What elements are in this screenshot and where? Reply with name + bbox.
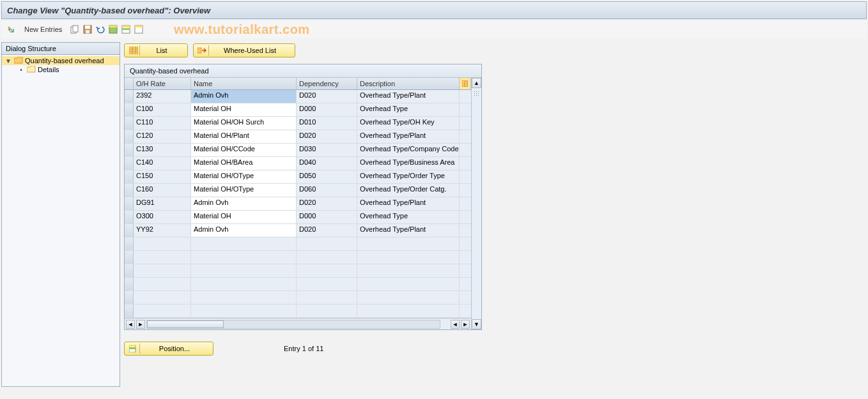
table-row-empty[interactable]	[125, 264, 471, 278]
col-dependency[interactable]: Dependency	[297, 78, 357, 89]
cell-name[interactable]	[191, 291, 297, 304]
cell-dependency[interactable]	[297, 264, 357, 277]
cell-rate[interactable]: C120	[134, 130, 191, 143]
cell-rate[interactable]	[134, 251, 191, 264]
tree-item-details[interactable]: • Details	[2, 65, 120, 74]
cell-dependency[interactable]	[297, 251, 357, 264]
scroll-up-icon[interactable]: ▲	[472, 78, 481, 88]
row-handle[interactable]	[125, 184, 134, 197]
table-row[interactable]: C140Material OH/BAreaD040Overhead Type/B…	[125, 157, 471, 170]
col-rate[interactable]: O/H Rate	[134, 78, 191, 89]
cell-description[interactable]	[357, 291, 460, 304]
cell-name[interactable]	[191, 251, 297, 264]
row-handle[interactable]	[125, 211, 134, 223]
cell-rate[interactable]: C130	[134, 144, 191, 156]
configure-columns-icon[interactable]	[460, 78, 471, 89]
scroll-right-end-icon[interactable]: ►	[461, 320, 470, 329]
cell-rate[interactable]	[134, 305, 191, 317]
cell-description[interactable]: Overhead Type/Company Code	[357, 144, 460, 156]
cell-dependency[interactable]: D000	[297, 211, 357, 223]
cell-description[interactable]: Overhead Type/Order Type	[357, 170, 460, 183]
cell-rate[interactable]: C150	[134, 170, 191, 183]
cell-rate[interactable]	[134, 264, 191, 277]
row-handle[interactable]	[125, 144, 134, 156]
cell-name[interactable]: Admin Ovh	[191, 197, 297, 210]
table-row[interactable]: YY92Admin OvhD020Overhead Type/Plant	[125, 224, 471, 237]
row-handle[interactable]	[125, 264, 134, 277]
table-row-empty[interactable]	[125, 305, 471, 318]
row-handle[interactable]	[125, 170, 134, 183]
cell-description[interactable]: Overhead Type/Business Area	[357, 157, 460, 170]
cell-dependency[interactable]: D010	[297, 117, 357, 130]
cell-name[interactable]	[191, 237, 297, 250]
row-handle[interactable]	[125, 237, 134, 250]
cell-rate[interactable]: 2392	[134, 90, 191, 103]
cell-name[interactable]: Material OH/BArea	[191, 157, 297, 170]
table-row[interactable]: C130Material OH/CCodeD030Overhead Type/C…	[125, 144, 471, 157]
cell-dependency[interactable]: D030	[297, 144, 357, 156]
cell-description[interactable]	[357, 251, 460, 264]
table-row[interactable]: C100Material OHD000Overhead Type	[125, 103, 471, 117]
undo-icon[interactable]	[95, 24, 105, 34]
table-row[interactable]: C160Material OH/OTypeD060Overhead Type/O…	[125, 184, 471, 197]
cell-name[interactable]: Material OH/CCode	[191, 144, 297, 156]
cell-description[interactable]: Overhead Type/Plant	[357, 90, 460, 103]
save-icon[interactable]	[82, 24, 93, 34]
row-handle[interactable]	[125, 291, 134, 304]
vertical-scrollbar[interactable]: ▲ ▼	[471, 78, 481, 329]
cell-rate[interactable]: DG91	[134, 197, 191, 210]
row-handle[interactable]	[125, 157, 134, 170]
table-row-empty[interactable]	[125, 291, 471, 305]
cell-rate[interactable]	[134, 278, 191, 290]
tree-toggle-icon[interactable]: ▼	[4, 57, 12, 64]
scroll-right-icon[interactable]: ►	[136, 320, 145, 329]
cell-name[interactable]: Material OH/Plant	[191, 130, 297, 143]
row-handle[interactable]	[125, 197, 134, 210]
cell-name[interactable]	[191, 264, 297, 277]
cell-dependency[interactable]	[297, 305, 357, 317]
cell-description[interactable]: Overhead Type/Plant	[357, 197, 460, 210]
table-row[interactable]: DG91Admin OvhD020Overhead Type/Plant	[125, 197, 471, 211]
hscroll-thumb[interactable]	[147, 320, 224, 328]
cell-rate[interactable]: C100	[134, 103, 191, 116]
cell-description[interactable]: Overhead Type/OH Key	[357, 117, 460, 130]
row-handle[interactable]	[125, 90, 134, 103]
copy-icon[interactable]	[70, 24, 80, 34]
cell-description[interactable]: Overhead Type	[357, 211, 460, 223]
cell-name[interactable]	[191, 278, 297, 290]
row-handle[interactable]	[125, 103, 134, 116]
horizontal-scrollbar[interactable]: ◄ ► ◄ ►	[125, 318, 471, 329]
cell-rate[interactable]: O300	[134, 211, 191, 223]
cell-description[interactable]: Overhead Type/Order Catg.	[357, 184, 460, 197]
scroll-left-icon[interactable]: ◄	[126, 320, 135, 329]
vscroll-track[interactable]	[472, 88, 481, 319]
select-all-icon[interactable]	[108, 24, 118, 34]
scroll-down-icon[interactable]: ▼	[472, 319, 481, 329]
cell-name[interactable]: Material OH/OH Surch	[191, 117, 297, 130]
cell-name[interactable]: Material OH/OType	[191, 170, 297, 183]
table-row[interactable]: C120Material OH/PlantD020Overhead Type/P…	[125, 130, 471, 144]
cell-rate[interactable]	[134, 237, 191, 250]
table-row[interactable]: O300Material OHD000Overhead Type	[125, 211, 471, 224]
cell-description[interactable]	[357, 278, 460, 290]
cell-dependency[interactable]: D020	[297, 197, 357, 210]
select-block-icon[interactable]	[121, 24, 131, 34]
cell-rate[interactable]: C160	[134, 184, 191, 197]
row-handle[interactable]	[125, 305, 134, 317]
cell-dependency[interactable]: D000	[297, 103, 357, 116]
hscroll-track[interactable]	[146, 320, 440, 329]
cell-description[interactable]: Overhead Type/Plant	[357, 130, 460, 143]
list-button[interactable]: List	[124, 43, 188, 57]
cell-rate[interactable]: C140	[134, 157, 191, 170]
cell-description[interactable]	[357, 305, 460, 317]
where-used-button[interactable]: Where-Used List	[193, 43, 295, 57]
cell-rate[interactable]	[134, 291, 191, 304]
new-entries-button[interactable]: New Entries	[24, 26, 62, 33]
cell-dependency[interactable]: D050	[297, 170, 357, 183]
cell-name[interactable]: Admin Ovh	[191, 224, 297, 237]
col-name[interactable]: Name	[191, 78, 297, 89]
tree-item-overhead[interactable]: ▼ Quantity-based overhead	[2, 56, 120, 65]
position-button[interactable]: Position...	[124, 342, 213, 356]
cell-dependency[interactable]: D060	[297, 184, 357, 197]
cell-description[interactable]: Overhead Type/Plant	[357, 224, 460, 237]
